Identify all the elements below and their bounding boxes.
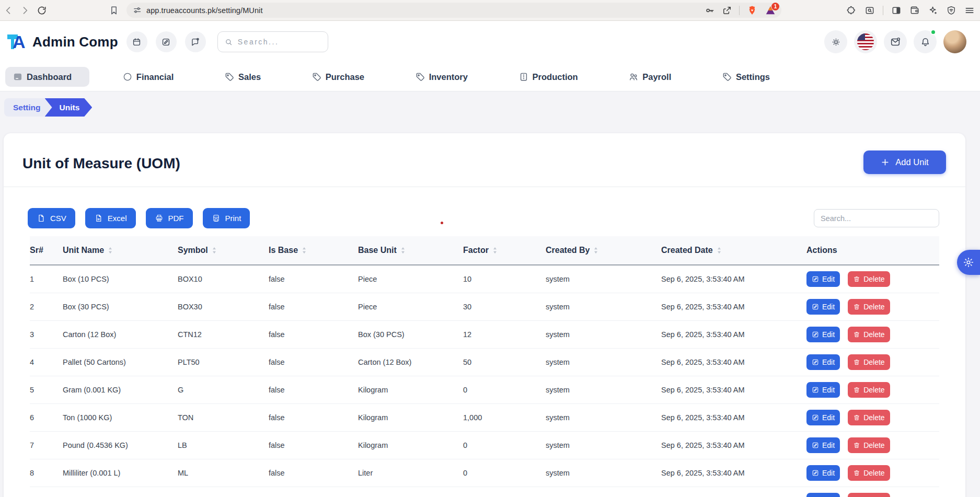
row-actions: EditDelete (806, 354, 939, 370)
cell: Kilogram (358, 441, 463, 449)
export-print-button[interactable]: Print (203, 208, 250, 228)
delete-button[interactable]: Delete (848, 465, 890, 481)
header-search[interactable] (217, 31, 328, 52)
cell: Kilogram (358, 386, 463, 394)
header-right-actions (824, 30, 973, 53)
nav-item-dashboard[interactable]: Dashboard (5, 67, 89, 87)
column-header-created-date[interactable]: Created Date (661, 246, 806, 255)
wallet-icon[interactable] (909, 5, 920, 16)
column-header-base-unit[interactable]: Base Unit (358, 246, 463, 255)
people-icon (628, 72, 639, 82)
cell: Pound (0.4536 KG) (63, 441, 178, 449)
dollar-icon (122, 72, 133, 82)
nav-item-inventory[interactable]: Inventory (408, 67, 486, 87)
nav-label: Dashboard (27, 72, 72, 82)
table-row: 2Box (30 PCS)BOX30falsePiece30systemSep … (30, 293, 939, 321)
header-search-input[interactable] (238, 38, 316, 46)
calendar-icon[interactable] (126, 31, 147, 52)
column-header-unit-name[interactable]: Unit Name (63, 246, 178, 255)
share-icon[interactable] (722, 5, 732, 16)
avg-extension-icon[interactable]: 1 (765, 5, 776, 16)
language-flag-us[interactable] (854, 30, 877, 53)
column-label: Actions (806, 246, 837, 255)
tag-icon (224, 72, 235, 82)
table-row: 8Milliliter (0.001 L)MLfalseLiter0system… (30, 459, 939, 487)
breadcrumb-setting[interactable]: Setting (4, 98, 52, 117)
reload-icon[interactable] (37, 5, 47, 16)
edit-button[interactable]: Edit (806, 327, 840, 342)
delete-button[interactable]: Delete (848, 493, 890, 497)
cell: system (546, 275, 661, 283)
add-unit-button[interactable]: Add Unit (863, 151, 946, 174)
export-csv-button[interactable]: CSV (28, 208, 75, 228)
floating-settings-button[interactable] (957, 250, 980, 275)
chevron-down-icon (75, 74, 82, 80)
edit-button[interactable]: Edit (806, 493, 840, 497)
vpn-shield-icon[interactable] (946, 5, 956, 16)
compose-icon[interactable] (156, 31, 177, 52)
cell: 6 (30, 413, 63, 422)
back-icon[interactable] (3, 5, 14, 16)
nav-item-settings[interactable]: Settings (714, 67, 788, 87)
mail-icon[interactable] (884, 30, 907, 53)
forward-icon[interactable] (20, 5, 30, 16)
row-actions: EditDelete (806, 299, 939, 315)
export-pdf-button[interactable]: PDF (146, 208, 193, 228)
cell: Box (30 PCS) (63, 303, 178, 311)
cell: false (269, 358, 358, 366)
app-logo[interactable]: A (7, 31, 28, 53)
delete-button[interactable]: Delete (848, 437, 890, 453)
nav-item-sales[interactable]: Sales (217, 67, 279, 87)
export-label: PDF (168, 214, 184, 223)
column-label: Created By (546, 246, 590, 255)
url-bar[interactable]: app.trueaccounts.pk/setting/MUnit 1 (126, 3, 781, 18)
nav-item-purchase[interactable]: Purchase (304, 67, 382, 87)
column-label: Created Date (661, 246, 713, 255)
delete-button[interactable]: Delete (848, 271, 890, 287)
cell: Milliliter (0.001 L) (63, 469, 178, 477)
extensions-icon[interactable] (846, 5, 857, 16)
edit-button[interactable]: Edit (806, 271, 840, 287)
sparkle-ai-icon[interactable] (928, 5, 938, 16)
url-text[interactable]: app.trueaccounts.pk/setting/MUnit (146, 6, 263, 15)
edit-pencil-icon (812, 275, 819, 283)
column-header-is-base[interactable]: Is Base (269, 246, 358, 255)
search-tab-icon[interactable] (864, 5, 875, 16)
tune-icon[interactable] (133, 6, 142, 15)
nav-item-payroll[interactable]: Payroll (621, 67, 689, 87)
chat-icon[interactable] (185, 31, 206, 52)
export-excel-button[interactable]: Excel (85, 208, 136, 228)
tag-icon (312, 72, 322, 82)
column-header-created-by[interactable]: Created By (546, 246, 661, 255)
delete-button[interactable]: Delete (848, 327, 890, 342)
edit-button[interactable]: Edit (806, 465, 840, 481)
edit-button[interactable]: Edit (806, 382, 840, 398)
edit-button[interactable]: Edit (806, 437, 840, 453)
menu-icon[interactable] (964, 5, 975, 16)
column-label: Base Unit (358, 246, 397, 255)
cell: TON (178, 413, 269, 422)
table-row: 1Box (10 PCS)BOX10falsePiece10systemSep … (30, 265, 939, 293)
brave-shield-icon[interactable] (746, 5, 758, 16)
nav-item-financial[interactable]: Financial (115, 67, 192, 87)
delete-button[interactable]: Delete (848, 299, 890, 315)
delete-button[interactable]: Delete (848, 410, 890, 425)
delete-button[interactable]: Delete (848, 354, 890, 370)
notifications-bell-icon[interactable] (914, 30, 937, 53)
user-avatar[interactable] (943, 30, 966, 53)
row-actions: EditDelete (806, 271, 939, 287)
delete-button[interactable]: Delete (848, 382, 890, 398)
edit-button[interactable]: Edit (806, 410, 840, 425)
table-search-input[interactable] (814, 209, 939, 227)
theme-sun-icon[interactable] (824, 30, 847, 53)
key-icon[interactable] (705, 5, 715, 16)
edit-button[interactable]: Edit (806, 299, 840, 315)
column-header-symbol[interactable]: Symbol (178, 246, 269, 255)
bookmark-icon[interactable] (109, 5, 119, 16)
sidebar-icon[interactable] (891, 5, 902, 16)
column-header-factor[interactable]: Factor (463, 246, 546, 255)
edit-pencil-icon (812, 303, 819, 310)
cell: system (546, 303, 661, 311)
edit-button[interactable]: Edit (806, 354, 840, 370)
nav-item-production[interactable]: Production (511, 67, 596, 87)
